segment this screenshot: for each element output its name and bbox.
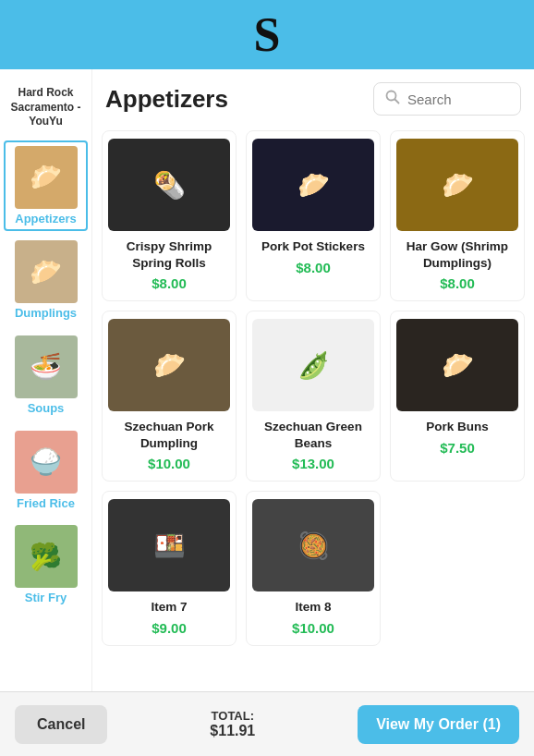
item-card[interactable]: 🥟Pork Pot Stickers$8.00 bbox=[246, 130, 381, 301]
view-order-button[interactable]: View My Order (1) bbox=[358, 705, 519, 744]
item-price: $7.50 bbox=[440, 440, 475, 456]
item-name: Har Gow (Shrimp Dumplings) bbox=[396, 238, 518, 271]
page-title: Appetizers bbox=[105, 85, 362, 114]
item-price: $13.00 bbox=[292, 456, 334, 471]
item-price: $8.00 bbox=[152, 275, 187, 291]
sidebar-item-appetizers[interactable]: 🥟Appetizers bbox=[4, 140, 88, 232]
sidebar-item-label-stir-fry: Stir Fry bbox=[25, 591, 67, 605]
sidebar-item-label-soups: Soups bbox=[28, 401, 65, 416]
sidebar-item-dumplings[interactable]: 🥟Dumplings bbox=[4, 235, 88, 326]
item-name: Pork Buns bbox=[426, 419, 489, 435]
svg-line-1 bbox=[395, 100, 399, 104]
sidebar-item-label-dumplings: Dumplings bbox=[15, 306, 77, 321]
item-name: Pork Pot Stickers bbox=[261, 238, 365, 255]
item-price: $10.00 bbox=[148, 456, 190, 471]
total-area: TOTAL: $11.91 bbox=[210, 709, 255, 739]
item-card[interactable]: 🥟Szechuan Pork Dumpling$10.00 bbox=[102, 311, 237, 482]
main-area: Appetizers 🌯Crispy Shrimp Spring Rolls$8… bbox=[92, 69, 534, 691]
total-label: TOTAL: bbox=[210, 709, 255, 723]
sidebar-item-stir-fry[interactable]: 🥦Stir Fry bbox=[4, 519, 88, 611]
total-amount: $11.91 bbox=[210, 723, 255, 739]
item-name: Szechuan Green Beans bbox=[252, 419, 374, 451]
restaurant-name: Hard Rock Sacramento - YouYu bbox=[0, 79, 91, 139]
app-logo: S bbox=[254, 7, 281, 62]
sidebar-item-fried-rice[interactable]: 🍚Fried Rice bbox=[4, 425, 88, 517]
item-name: Item 8 bbox=[295, 599, 331, 616]
sidebar: Hard Rock Sacramento - YouYu 🥟Appetizers… bbox=[0, 69, 92, 691]
cancel-button[interactable]: Cancel bbox=[15, 705, 107, 744]
item-price: $10.00 bbox=[292, 620, 334, 636]
item-price: $9.00 bbox=[152, 620, 187, 636]
search-input[interactable] bbox=[407, 91, 509, 107]
item-card[interactable]: 🥟Pork Buns$7.50 bbox=[390, 311, 525, 482]
bottom-bar: Cancel TOTAL: $11.91 View My Order (1) bbox=[0, 691, 534, 756]
item-price: $8.00 bbox=[296, 260, 331, 275]
item-card[interactable]: 🍱Item 7$9.00 bbox=[102, 491, 237, 646]
items-grid: 🌯Crispy Shrimp Spring Rolls$8.00🥟Pork Po… bbox=[92, 125, 534, 691]
search-icon bbox=[385, 90, 400, 108]
item-card[interactable]: 🥘Item 8$10.00 bbox=[246, 491, 381, 646]
item-price: $8.00 bbox=[440, 275, 475, 291]
item-card[interactable]: 🌯Crispy Shrimp Spring Rolls$8.00 bbox=[102, 130, 237, 301]
item-name: Item 7 bbox=[151, 599, 187, 616]
top-bar: S bbox=[0, 0, 534, 69]
item-name: Crispy Shrimp Spring Rolls bbox=[108, 238, 230, 271]
content-area: Hard Rock Sacramento - YouYu 🥟Appetizers… bbox=[0, 69, 534, 691]
sidebar-item-label-appetizers: Appetizers bbox=[15, 212, 76, 226]
search-box bbox=[373, 82, 521, 116]
main-header: Appetizers bbox=[92, 69, 534, 125]
sidebar-item-label-fried-rice: Fried Rice bbox=[17, 496, 75, 511]
sidebar-item-soups[interactable]: 🍜Soups bbox=[4, 330, 88, 421]
item-card[interactable]: 🫛Szechuan Green Beans$13.00 bbox=[246, 311, 381, 482]
item-card[interactable]: 🥟Har Gow (Shrimp Dumplings)$8.00 bbox=[390, 130, 525, 301]
item-name: Szechuan Pork Dumpling bbox=[108, 419, 230, 451]
